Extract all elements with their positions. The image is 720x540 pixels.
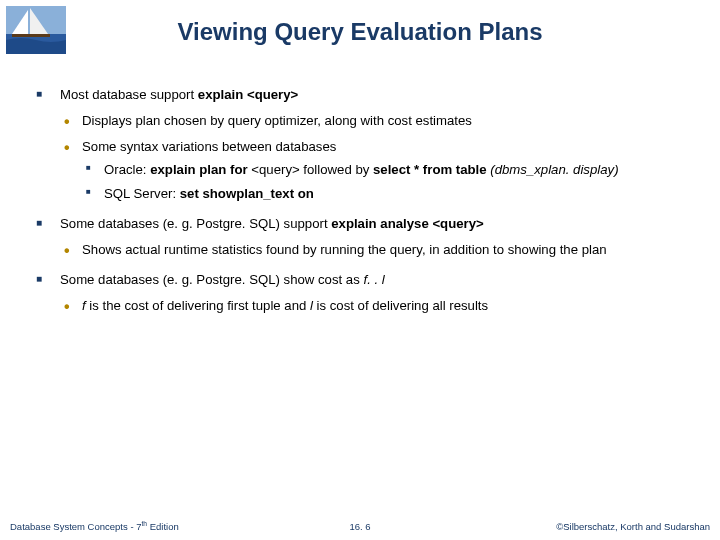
- text-bold: explain analyse <query>: [331, 216, 483, 231]
- bullet-item: Shows actual runtime statistics found by…: [60, 241, 700, 259]
- text-italic: (dbms_xplan. display): [487, 162, 619, 177]
- text-italic: f. . l: [363, 272, 384, 287]
- text: Displays plan chosen by query optimizer,…: [82, 113, 472, 128]
- bullet-item: Oracle: explain plan for <query> followe…: [82, 161, 700, 179]
- bullet-item: SQL Server: set showplan_text on: [82, 185, 700, 203]
- bullet-item: Some databases (e. g. Postgre. SQL) show…: [36, 271, 700, 315]
- text: is cost of delivering all results: [313, 298, 488, 313]
- slide-title: Viewing Query Evaluation Plans: [0, 18, 720, 46]
- text: is the cost of delivering first tuple an…: [86, 298, 310, 313]
- footer-right: ©Silberschatz, Korth and Sudarshan: [556, 521, 710, 532]
- bullet-item: Some databases (e. g. Postgre. SQL) supp…: [36, 215, 700, 259]
- text: Oracle:: [104, 162, 150, 177]
- text: Some databases (e. g. Postgre. SQL) supp…: [60, 216, 331, 231]
- text-bold: select * from table: [373, 162, 487, 177]
- text: Most database support: [60, 87, 198, 102]
- bullet-item: Displays plan chosen by query optimizer,…: [60, 112, 700, 130]
- text-bold: explain <query>: [198, 87, 298, 102]
- slide-content: Most database support explain <query> Di…: [36, 86, 700, 326]
- slide: { "title": "Viewing Query Evaluation Pla…: [0, 0, 720, 540]
- text: Some databases (e. g. Postgre. SQL) show…: [60, 272, 363, 287]
- text-bold: set showplan_text on: [180, 186, 314, 201]
- text: SQL Server:: [104, 186, 180, 201]
- text-bold: explain plan for: [150, 162, 251, 177]
- text: Some syntax variations between databases: [82, 139, 336, 154]
- bullet-item: Some syntax variations between databases…: [60, 138, 700, 203]
- text: <query> followed by: [251, 162, 373, 177]
- bullet-item: Most database support explain <query> Di…: [36, 86, 700, 203]
- bullet-item: f is the cost of delivering first tuple …: [60, 297, 700, 315]
- text: Shows actual runtime statistics found by…: [82, 242, 607, 257]
